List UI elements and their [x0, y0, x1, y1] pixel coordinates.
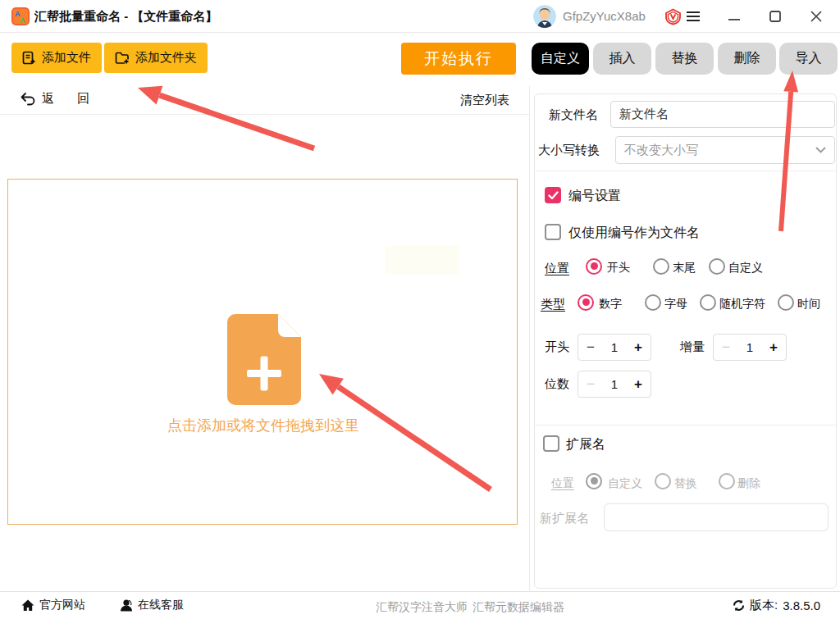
- back-arrow-icon: [20, 92, 35, 107]
- minus-button[interactable]: −: [587, 377, 595, 391]
- numbering-checkbox[interactable]: [545, 187, 561, 203]
- username-text[interactable]: GfpZyYucX8ab: [563, 0, 646, 33]
- ghost-highlight: [385, 246, 459, 274]
- divider: [535, 171, 836, 171]
- clear-list-button[interactable]: 清空列表: [460, 93, 509, 108]
- window-title: 汇帮批量重命名 - 【文件重命名】: [34, 0, 217, 33]
- ext-position-option-replace: 替换: [674, 476, 697, 491]
- app-window: A A 汇帮批量重命名 - 【文件重命名】 GfpZyYucX8ab: [0, 0, 840, 619]
- position-label: 位置: [545, 261, 569, 276]
- new-extension-label: 新扩展名: [540, 511, 589, 526]
- start-execute-button[interactable]: 开始执行: [401, 43, 516, 75]
- tab-import[interactable]: 导入: [779, 43, 838, 75]
- minimize-button[interactable]: [720, 0, 748, 33]
- type-option-number: 数字: [599, 297, 622, 312]
- start-number-value: 1: [611, 340, 618, 354]
- new-extension-input[interactable]: [604, 503, 829, 531]
- position-radio-custom[interactable]: [709, 258, 725, 275]
- type-radio-random[interactable]: [700, 294, 716, 311]
- maximize-button[interactable]: [761, 0, 789, 33]
- status-bar: 官方网站 在线客服 汇帮汉字注音大师 汇帮元数据编辑器 版本: 3.8.5.0: [0, 592, 840, 619]
- minus-button[interactable]: −: [722, 340, 730, 354]
- ext-position-radio-replace[interactable]: [655, 473, 671, 489]
- case-convert-select[interactable]: 不改变大小写: [615, 136, 835, 164]
- maximize-icon: [769, 11, 781, 22]
- digits-value: 1: [611, 377, 618, 391]
- add-file-document-icon[interactable]: [227, 314, 301, 405]
- file-drop-zone[interactable]: 点击添加或将文件拖拽到这里: [7, 179, 518, 525]
- minus-button[interactable]: −: [587, 340, 595, 354]
- type-radio-letter[interactable]: [645, 294, 661, 311]
- numbering-label: 编号设置: [568, 188, 621, 205]
- minimize-icon: [728, 11, 740, 22]
- digits-stepper: − 1 +: [578, 371, 651, 398]
- version-info: 版本: 3.8.5.0: [733, 598, 820, 613]
- support-person-icon: [120, 599, 133, 612]
- start-number-label: 开头: [545, 339, 569, 355]
- back-label: 返 回: [42, 91, 99, 107]
- close-button[interactable]: [802, 0, 830, 33]
- ext-position-option-delete: 删除: [737, 476, 760, 491]
- title-bar: A A 汇帮批量重命名 - 【文件重命名】 GfpZyYucX8ab: [0, 0, 840, 33]
- folder-add-icon: [115, 51, 130, 65]
- extension-label: 扩展名: [566, 436, 605, 453]
- new-filename-input[interactable]: [610, 101, 835, 128]
- ext-position-radio-delete[interactable]: [719, 473, 735, 489]
- type-label: 类型: [541, 297, 565, 312]
- position-option-custom: 自定义: [728, 261, 763, 275]
- add-folder-button[interactable]: 添加文件夹: [104, 43, 208, 73]
- svg-text:A: A: [20, 16, 25, 25]
- version-number: 3.8.5.0: [783, 599, 820, 612]
- case-convert-value: 不改变大小写: [624, 143, 815, 158]
- tab-insert[interactable]: 插入: [593, 43, 651, 75]
- ext-position-option-custom: 自定义: [608, 476, 642, 491]
- increment-stepper: − 1 +: [713, 334, 787, 361]
- add-file-label: 添加文件: [42, 50, 91, 66]
- close-icon: [810, 11, 822, 22]
- metadata-editor-link[interactable]: 汇帮元数据编辑器: [472, 600, 564, 615]
- position-option-end: 末尾: [673, 261, 696, 275]
- tab-delete[interactable]: 删除: [718, 43, 776, 75]
- only-number-checkbox[interactable]: [545, 224, 561, 240]
- tab-custom[interactable]: 自定义: [532, 43, 589, 75]
- ext-position-label: 位置: [551, 476, 574, 491]
- back-button[interactable]: 返 回: [20, 91, 99, 107]
- type-option-letter: 字母: [664, 297, 687, 312]
- tab-replace[interactable]: 替换: [655, 43, 714, 75]
- extension-checkbox[interactable]: [543, 435, 559, 452]
- plus-button[interactable]: +: [634, 340, 642, 354]
- divider: [535, 425, 836, 426]
- divider: [529, 86, 530, 591]
- home-icon: [21, 599, 34, 612]
- file-add-icon: [22, 51, 36, 65]
- online-support-link[interactable]: 在线客服: [120, 598, 184, 612]
- new-filename-label: 新文件名: [549, 107, 598, 123]
- divider: [0, 114, 529, 115]
- chevron-down-icon: [815, 147, 826, 153]
- type-option-time: 时间: [797, 297, 820, 312]
- menu-button[interactable]: [679, 0, 707, 33]
- position-radio-start[interactable]: [586, 258, 602, 275]
- increment-value: 1: [746, 340, 753, 354]
- online-support-label: 在线客服: [138, 598, 184, 612]
- increment-label: 增量: [680, 339, 705, 355]
- position-radio-end[interactable]: [653, 258, 669, 275]
- app-logo-icon: A A: [11, 7, 30, 25]
- custom-rename-panel: 新文件名 大小写转换 不改变大小写 编号设置 仅使用编号作为文件名 位置 开头 …: [534, 93, 837, 589]
- add-file-button[interactable]: 添加文件: [11, 43, 102, 73]
- type-radio-number[interactable]: [578, 294, 594, 311]
- refresh-icon[interactable]: [733, 599, 745, 612]
- only-number-label: 仅使用编号作为文件名: [568, 225, 700, 242]
- pinyin-master-link[interactable]: 汇帮汉字注音大师: [376, 600, 468, 615]
- ext-position-radio-custom[interactable]: [586, 473, 602, 489]
- add-folder-label: 添加文件夹: [135, 50, 197, 66]
- version-label: 版本:: [750, 598, 778, 613]
- user-avatar[interactable]: [533, 5, 556, 28]
- type-radio-time[interactable]: [778, 294, 794, 311]
- case-convert-label: 大小写转换: [538, 143, 600, 158]
- digits-label: 位数: [545, 376, 569, 392]
- official-site-link[interactable]: 官方网站: [21, 598, 85, 612]
- plus-button[interactable]: +: [634, 377, 642, 391]
- plus-button[interactable]: +: [769, 340, 778, 354]
- start-number-stepper: − 1 +: [578, 334, 651, 361]
